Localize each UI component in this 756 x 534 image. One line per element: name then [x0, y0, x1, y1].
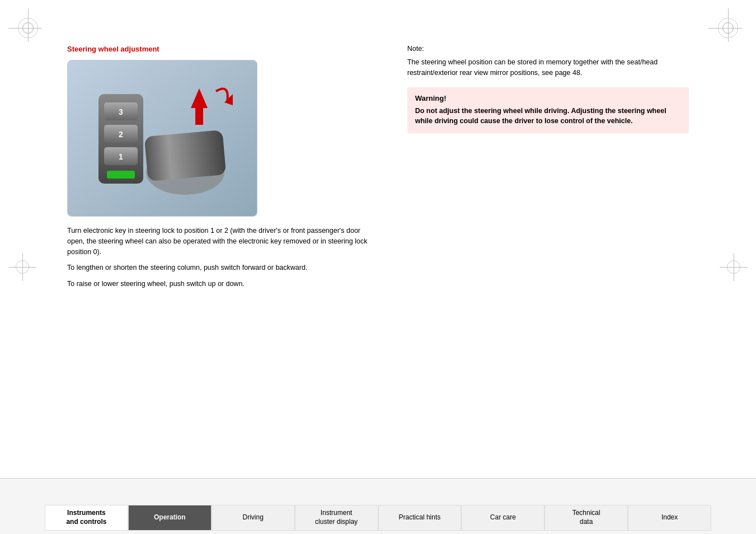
warning-text: Do not adjust the steering wheel while d…	[415, 106, 681, 127]
svg-rect-12	[195, 108, 203, 125]
tab-instrument-cluster-display[interactable]: Instrument cluster display	[295, 505, 378, 531]
tab-index[interactable]: Index	[628, 505, 711, 531]
note-text: The steering wheel position can be store…	[407, 57, 689, 78]
reg-mark-mr	[722, 256, 745, 278]
tab-driving[interactable]: Driving	[212, 505, 295, 531]
svg-rect-2	[144, 130, 226, 181]
left-column: Steering wheel adjustment	[67, 45, 391, 456]
nav-tabs: Instruments and controls Operation Drivi…	[45, 502, 711, 534]
tab-practical-hints[interactable]: Practical hints	[378, 505, 462, 531]
body-text-2: To lengthen or shorten the steering colu…	[67, 263, 374, 273]
tab-technical-data[interactable]: Technical data	[544, 505, 628, 531]
right-column: Note: The steering wheel position can be…	[391, 45, 689, 456]
warning-title: Warning!	[415, 94, 681, 102]
body-text-3: To raise or lower steering wheel, push s…	[67, 279, 374, 289]
note-label: Note:	[407, 45, 689, 53]
content-area: Steering wheel adjustment	[67, 45, 689, 456]
svg-rect-10	[107, 171, 135, 179]
bottom-bar: Instruments and controls Operation Drivi…	[0, 478, 756, 534]
svg-text:3: 3	[119, 107, 123, 116]
tab-instruments-and-controls[interactable]: Instruments and controls	[45, 505, 128, 531]
tab-operation[interactable]: Operation	[128, 505, 212, 531]
svg-text:2: 2	[119, 130, 123, 139]
warning-box: Warning! Do not adjust the steering whee…	[407, 87, 689, 134]
page-container: Steering wheel adjustment	[0, 0, 756, 534]
tab-car-care[interactable]: Car care	[461, 505, 544, 531]
reg-mark-tl	[11, 11, 45, 45]
section-title: Steering wheel adjustment	[67, 45, 374, 53]
reg-mark-tr	[711, 11, 745, 45]
body-text-1: Turn electronic key in steering lock to …	[67, 226, 374, 257]
reg-mark-ml	[11, 256, 34, 278]
steering-image: 3 2 1	[67, 60, 257, 217]
svg-text:1: 1	[119, 152, 123, 161]
